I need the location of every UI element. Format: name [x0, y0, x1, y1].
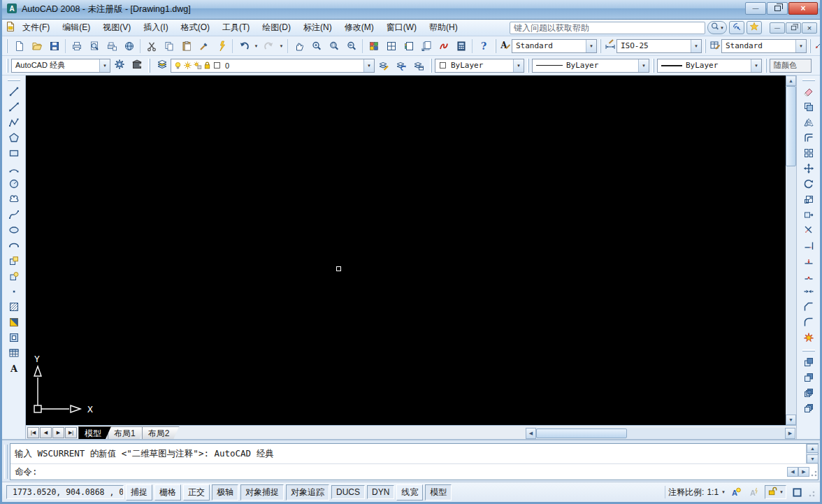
tab-last-button[interactable]: ▶|	[65, 427, 77, 438]
three-d-dwf-button[interactable]	[120, 38, 138, 54]
dropdown-arrow-icon[interactable]	[638, 59, 649, 72]
tab-布局2[interactable]: 布局2	[142, 426, 180, 439]
layer-previous-button[interactable]	[392, 57, 410, 73]
mirror-button[interactable]	[800, 115, 818, 130]
table-style-button[interactable]	[709, 38, 721, 54]
draworder-back-button[interactable]	[800, 370, 818, 385]
toolbar-grip[interactable]	[495, 39, 496, 53]
titlebar[interactable]: A AutoCAD 2008 - 未注册版 - [Drawing1.dwg]	[2, 0, 820, 20]
layer-states-button[interactable]	[410, 57, 427, 73]
tab-prev-button[interactable]: ◀	[40, 427, 52, 438]
linetype-combo[interactable]: ByLayer	[532, 59, 649, 73]
menu-帮助(H)[interactable]: 帮助(H)	[423, 20, 464, 35]
resize-grip-icon[interactable]	[809, 466, 818, 477]
toolbar-grip[interactable]	[802, 350, 815, 352]
command-window[interactable]: 输入 WSCURRENT 的新值 <"二维草图与注释">: AutoCAD 经典…	[2, 439, 820, 482]
rectangle-button[interactable]	[5, 145, 23, 161]
favorites-button[interactable]	[747, 21, 762, 34]
text-style-combo[interactable]: Standard	[512, 39, 597, 53]
menu-标注(N)[interactable]: 标注(N)	[297, 20, 338, 35]
plot-preview-button[interactable]	[85, 38, 103, 54]
sheetset-manager-button[interactable]	[417, 38, 435, 54]
drawing-canvas[interactable]: Y X	[26, 75, 786, 425]
scroll-down-icon[interactable]	[786, 415, 796, 425]
tab-first-button[interactable]: |◀	[27, 427, 39, 438]
scroll-up-icon[interactable]	[807, 444, 819, 453]
arc-button[interactable]	[5, 161, 23, 176]
toggle-正交[interactable]: 正交	[183, 484, 210, 501]
fillet-button[interactable]	[800, 315, 818, 330]
workspace-settings-button[interactable]	[110, 57, 128, 73]
trim-button[interactable]	[800, 222, 818, 238]
command-scrollbar[interactable]	[806, 444, 818, 463]
toolbar-grip[interactable]	[148, 59, 150, 73]
dim-style-button[interactable]	[604, 38, 616, 54]
help-button[interactable]: ?	[475, 38, 492, 54]
mleader-style-button[interactable]	[814, 38, 820, 54]
vertical-scroll-track[interactable]	[786, 166, 796, 415]
redo-dropdown[interactable]	[277, 38, 285, 54]
polygon-button[interactable]	[5, 130, 23, 145]
toolbar-grip[interactable]	[430, 59, 432, 73]
extend-button[interactable]	[800, 238, 818, 253]
lineweight-combo[interactable]: ByLayer	[657, 59, 762, 73]
gradient-button[interactable]	[5, 315, 23, 330]
dim-style-combo[interactable]: ISO-25	[616, 39, 702, 53]
annotation-scale-dropdown-icon[interactable]	[721, 490, 726, 494]
help-search-input[interactable]	[510, 22, 705, 34]
toggle-极轴[interactable]: 极轴	[212, 484, 238, 501]
toolbar-grip[interactable]	[6, 39, 8, 53]
vertical-scroll-thumb[interactable]	[786, 86, 796, 166]
table-button[interactable]	[5, 345, 23, 361]
paste-button[interactable]	[178, 38, 195, 54]
properties-palette-button[interactable]	[365, 38, 382, 54]
menu-修改(M)[interactable]: 修改(M)	[338, 20, 380, 35]
construction-line-button[interactable]	[5, 99, 23, 115]
copy-clip-button[interactable]	[160, 38, 178, 54]
dropdown-arrow-icon[interactable]	[751, 59, 761, 72]
rotate-button[interactable]	[800, 176, 818, 192]
layer-make-current-button[interactable]	[375, 57, 392, 73]
plotstyle-combo[interactable]: 随颜色	[770, 59, 812, 73]
toggle-DYN[interactable]: DYN	[367, 485, 394, 499]
horizontal-scroll-thumb[interactable]	[536, 429, 627, 438]
toggle-模型[interactable]: 模型	[425, 484, 452, 501]
menu-绘图(D)[interactable]: 绘图(D)	[256, 20, 297, 35]
erase-button[interactable]	[800, 84, 818, 99]
revision-cloud-button[interactable]	[5, 192, 23, 207]
lock-dropdown-icon[interactable]	[779, 490, 784, 494]
scroll-left-icon[interactable]	[526, 428, 536, 439]
undo-dropdown[interactable]	[252, 38, 260, 54]
restore-button[interactable]	[767, 2, 788, 15]
command-window-grip[interactable]	[4, 445, 8, 479]
copy-object-button[interactable]	[800, 99, 818, 115]
dropdown-arrow-icon[interactable]	[586, 40, 596, 52]
save-button[interactable]	[45, 38, 63, 54]
search-button[interactable]	[707, 21, 727, 34]
text-style-button[interactable]: A	[499, 38, 512, 54]
ellipse-arc-button[interactable]	[5, 238, 23, 253]
dropdown-arrow-icon[interactable]	[99, 59, 110, 72]
toolbar-grip[interactable]	[652, 59, 654, 73]
menu-插入(I)[interactable]: 插入(I)	[137, 20, 174, 35]
minimize-button[interactable]	[745, 2, 766, 15]
annotation-visibility-button[interactable]: A	[728, 485, 744, 499]
coordinate-display[interactable]: 1773.0520, 904.0868 , 0.0000	[6, 485, 124, 499]
matchprop-button[interactable]	[195, 38, 212, 54]
scroll-right-icon[interactable]	[785, 428, 795, 439]
ellipse-button[interactable]	[5, 222, 23, 238]
toolbar-grip[interactable]	[809, 39, 811, 53]
draworder-front-button[interactable]	[800, 354, 818, 370]
cut-button[interactable]	[143, 38, 160, 54]
communication-center-button[interactable]	[729, 21, 744, 34]
horizontal-scrollbar[interactable]	[526, 428, 795, 439]
toolbar-grip[interactable]	[765, 59, 767, 73]
menu-工具(T)[interactable]: 工具(T)	[216, 20, 256, 35]
toolbar-grip[interactable]	[8, 79, 20, 81]
workspace-combo[interactable]: AutoCAD 经典	[11, 59, 110, 73]
make-block-button[interactable]	[5, 268, 23, 284]
toggle-线宽[interactable]: 线宽	[396, 484, 423, 501]
polyline-button[interactable]	[5, 115, 23, 130]
spline-button[interactable]	[5, 207, 23, 222]
menu-文件(F)[interactable]: 文件(F)	[16, 20, 56, 35]
